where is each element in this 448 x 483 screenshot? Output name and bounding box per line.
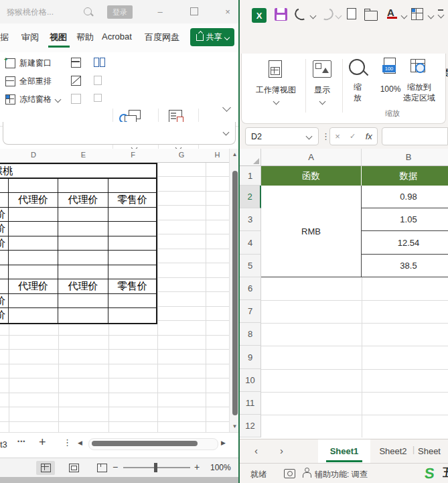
zoom-out-button[interactable]: − (113, 462, 118, 472)
column-header-f[interactable]: F (108, 151, 157, 159)
left-column-headers[interactable]: D E F G H (0, 149, 229, 163)
scroll-right-arrow[interactable]: ▶ (221, 439, 226, 446)
split-window-icon[interactable] (71, 58, 81, 68)
zoom-level-label[interactable]: 100% (210, 463, 231, 472)
next-sheet-arrow[interactable]: › (280, 445, 283, 456)
column-header-a[interactable]: A (261, 149, 362, 165)
zoom-button-line2[interactable]: 放 (348, 92, 368, 104)
login-button[interactable]: 登录 (107, 5, 133, 19)
right-column-headers[interactable]: A B (240, 149, 448, 166)
table-row[interactable]: 价 (0, 208, 156, 222)
tab-view[interactable]: 视图 (50, 31, 67, 44)
scroll-left-arrow[interactable]: ◀ (78, 439, 82, 446)
tab-help[interactable]: 帮助 (76, 31, 94, 44)
page-break-view-button[interactable] (92, 461, 111, 475)
zoom-in-button[interactable]: + (194, 462, 200, 472)
table-row[interactable] (0, 251, 156, 265)
workbook-views-dropdown-icon[interactable] (274, 96, 279, 106)
cell-a1-header[interactable]: 函数 (261, 166, 362, 186)
table-header-row[interactable]: 代理价 代理价 零售价 (0, 279, 156, 294)
workbook-views-button[interactable]: 工作簿视图 (248, 84, 303, 96)
hide-window-icon[interactable] (71, 76, 81, 86)
horizontal-scrollbar[interactable] (88, 438, 218, 450)
row-header-12[interactable]: 12 (240, 415, 261, 437)
tab-data-partial[interactable]: 据 (0, 31, 9, 44)
prev-sheet-arrow[interactable]: ‹ (254, 445, 258, 456)
table-header-row[interactable]: 代理价 代理价 零售价 (0, 193, 156, 208)
customize-qat-chevron-icon[interactable] (438, 12, 445, 19)
cell-b1-header[interactable]: 数据 (362, 166, 448, 186)
customize-qat-icon[interactable] (438, 9, 443, 11)
sheet-tab-sheet3-partial[interactable]: Sheet (418, 439, 448, 463)
add-sheet-button[interactable]: + (39, 435, 46, 450)
tab-review[interactable]: 审阅 (21, 31, 39, 44)
table-row[interactable]: 价 (0, 308, 156, 323)
close-button[interactable]: × (222, 5, 234, 17)
column-header-h[interactable]: H (206, 151, 229, 159)
display-settings-icon[interactable] (284, 469, 295, 478)
row-header-11[interactable]: 11 (240, 392, 261, 415)
table-row[interactable]: 价 (0, 294, 156, 309)
cell-b3[interactable]: 1.05 (362, 208, 448, 231)
row-header-4[interactable]: 4 (240, 231, 261, 255)
freeze-panes-button[interactable]: 冻结窗格 (5, 92, 60, 106)
select-all-corner[interactable] (240, 149, 261, 165)
font-color-dropdown-icon[interactable] (401, 13, 408, 19)
row-header-9[interactable]: 9 (240, 346, 261, 369)
zoom-to-selection-line2[interactable]: 选定区域 (400, 92, 439, 104)
row-header-8[interactable]: 8 (240, 323, 261, 346)
vertical-scrollbar-thumb[interactable] (232, 171, 238, 415)
minimize-button[interactable]: – (154, 5, 166, 17)
column-header-b[interactable]: B (362, 149, 448, 165)
formula-bar-input[interactable] (382, 127, 448, 145)
zoom-button-line1[interactable]: 缩 (348, 82, 368, 93)
tab-baidu-netdisk[interactable]: 百度网盘 (145, 31, 179, 44)
freeze-dropdown-icon[interactable] (428, 13, 435, 19)
column-header-g[interactable]: G (157, 151, 206, 159)
sheet-tab-sheet1-active[interactable]: Sheet1 (318, 439, 370, 463)
normal-view-button[interactable] (36, 461, 55, 475)
row-header-3[interactable]: 3 (240, 208, 261, 231)
sheet-tab-sheet2[interactable]: Sheet2 (375, 439, 411, 463)
row-header-1[interactable]: 1 (240, 166, 261, 186)
cell-b5[interactable]: 38.5 (362, 255, 448, 277)
sheet-tab-partial[interactable]: t3 (0, 439, 7, 450)
arrange-all-button[interactable]: 全部重排 (5, 74, 52, 88)
name-box[interactable]: D2 (245, 127, 319, 145)
horizontal-scrollbar-thumb[interactable] (92, 441, 198, 446)
cell-b2[interactable]: 0.98 (362, 186, 448, 208)
page-layout-view-button[interactable] (64, 461, 83, 475)
freeze-panes-qat-icon[interactable] (411, 8, 423, 20)
row-header-6[interactable]: 6 (240, 277, 261, 300)
save-icon[interactable] (275, 8, 287, 21)
font-color-icon[interactable]: A (387, 7, 397, 19)
table-row[interactable]: 价 (0, 236, 156, 251)
undo-icon[interactable] (293, 6, 310, 22)
row-header-7[interactable]: 7 (240, 300, 261, 323)
table-title-row[interactable]: 猕猴桃 (0, 164, 156, 179)
column-header-e[interactable]: E (58, 151, 108, 159)
sheet-options-kebab-icon[interactable]: ⋮ (63, 437, 72, 447)
insert-function-icon[interactable]: fx (366, 131, 372, 141)
new-document-icon[interactable] (347, 8, 356, 19)
left-formula-bar[interactable] (3, 122, 236, 145)
share-button[interactable]: 共享 (190, 28, 234, 46)
zoom-to-selection-line1[interactable]: 缩放到 (402, 82, 436, 93)
expand-formula-bar-icon[interactable] (223, 129, 230, 136)
column-header-d[interactable]: D (9, 151, 58, 159)
cell-a2-merged-rmb[interactable]: RMB (261, 186, 362, 277)
undo-dropdown-icon[interactable] (310, 13, 317, 19)
show-dropdown-icon[interactable] (320, 96, 325, 106)
accessibility-status-label[interactable]: 辅助功能: 调查 (315, 469, 368, 480)
new-window-button[interactable]: + 新建窗口 (5, 56, 52, 70)
maximize-button[interactable] (188, 5, 200, 17)
table-row[interactable]: 价 (0, 222, 156, 236)
search-icon[interactable] (84, 7, 92, 15)
sogou-ime-icon[interactable]: S (424, 465, 435, 482)
table-row[interactable] (0, 179, 156, 194)
more-sheets-icon[interactable]: ••• (17, 438, 25, 445)
right-sheet-grid[interactable]: 1 2 3 4 5 6 7 8 9 10 11 12 函数 数据 RMB 0.9… (240, 166, 448, 439)
show-button[interactable]: 显示 (309, 84, 335, 96)
zoom-slider-handle[interactable] (154, 463, 157, 472)
price-table[interactable]: 猕猴桃 代理价 代理价 零售价 价 价 价 代理价 代理价 零售价 价 价 (0, 163, 157, 324)
